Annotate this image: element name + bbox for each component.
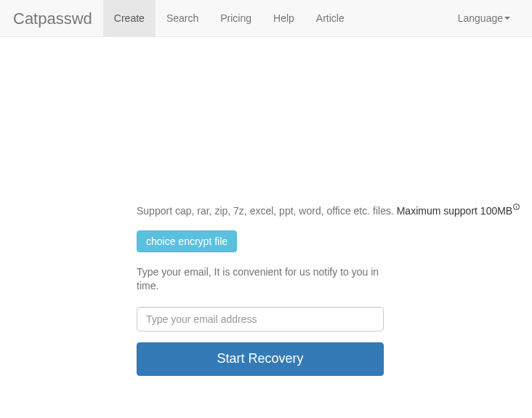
language-label: Language xyxy=(458,12,503,24)
chevron-down-icon xyxy=(504,17,510,20)
nav-links: Create Search Pricing Help Article xyxy=(103,0,355,36)
nav-help[interactable]: Help xyxy=(262,0,305,36)
brand-logo[interactable]: Catpasswd xyxy=(0,0,103,36)
nav-right: Language xyxy=(447,0,521,36)
max-support-text: Maximum support 100MBi xyxy=(397,204,520,217)
main-content: Support cap, rar, zip, 7z, excel, ppt, w… xyxy=(137,37,529,376)
nav-search[interactable]: Search xyxy=(156,0,209,36)
info-icon[interactable]: i xyxy=(513,203,520,210)
navbar: Catpasswd Create Search Pricing Help Art… xyxy=(0,0,532,37)
nav-create[interactable]: Create xyxy=(103,0,156,36)
email-instruction: Type your email, It is convenient for us… xyxy=(137,265,384,294)
nav-article[interactable]: Article xyxy=(305,0,355,36)
support-text: Support cap, rar, zip, 7z, excel, ppt, w… xyxy=(137,205,394,217)
start-recovery-button[interactable]: Start Recovery xyxy=(137,342,384,376)
language-dropdown[interactable]: Language xyxy=(447,0,521,36)
nav-pricing[interactable]: Pricing xyxy=(209,0,262,36)
choice-file-button[interactable]: choice encrypt file xyxy=(137,230,237,252)
email-input[interactable] xyxy=(137,307,384,331)
